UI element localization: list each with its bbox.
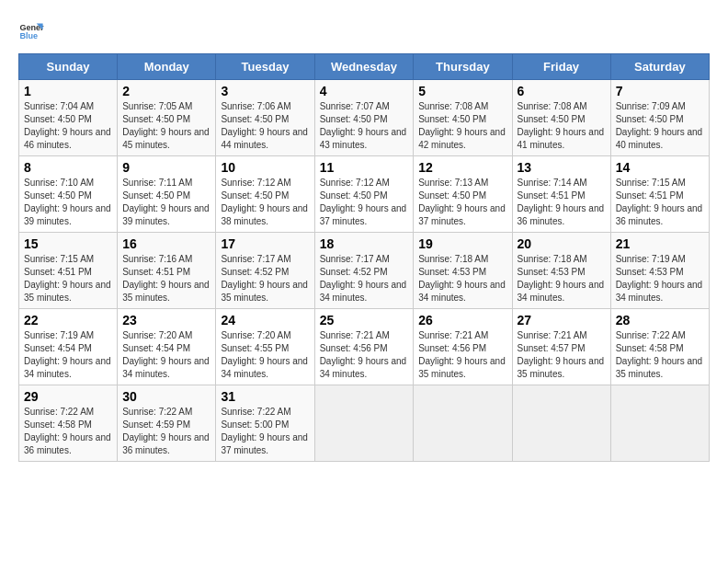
calendar-header-wednesday: Wednesday — [314, 54, 414, 80]
day-info: Sunrise: 7:10 AMSunset: 4:50 PMDaylight:… — [24, 177, 112, 228]
calendar-cell: 7Sunrise: 7:09 AMSunset: 4:50 PMDaylight… — [610, 80, 709, 156]
day-info: Sunrise: 7:08 AMSunset: 4:50 PMDaylight:… — [418, 100, 506, 152]
calendar-cell — [314, 385, 414, 462]
day-info: Sunrise: 7:09 AMSunset: 4:50 PMDaylight:… — [616, 100, 704, 152]
day-info: Sunrise: 7:21 AMSunset: 4:56 PMDaylight:… — [418, 329, 506, 381]
calendar-header-friday: Friday — [512, 54, 610, 80]
calendar-cell: 22Sunrise: 7:19 AMSunset: 4:54 PMDayligh… — [19, 309, 118, 385]
calendar-cell: 9Sunrise: 7:11 AMSunset: 4:50 PMDaylight… — [118, 156, 216, 233]
svg-text:Blue: Blue — [19, 31, 38, 40]
calendar-week-1: 1Sunrise: 7:04 AMSunset: 4:50 PMDaylight… — [19, 80, 710, 156]
calendar-cell: 8Sunrise: 7:10 AMSunset: 4:50 PMDaylight… — [19, 156, 118, 233]
calendar-cell: 6Sunrise: 7:08 AMSunset: 4:50 PMDaylight… — [512, 80, 610, 156]
calendar-cell: 25Sunrise: 7:21 AMSunset: 4:56 PMDayligh… — [314, 309, 414, 385]
day-number: 25 — [320, 313, 409, 327]
day-number: 23 — [122, 313, 210, 327]
day-number: 12 — [418, 160, 506, 175]
calendar-header-thursday: Thursday — [414, 54, 512, 80]
calendar-cell — [610, 385, 709, 462]
calendar-cell: 17Sunrise: 7:17 AMSunset: 4:52 PMDayligh… — [216, 233, 314, 309]
day-info: Sunrise: 7:08 AMSunset: 4:50 PMDaylight:… — [518, 100, 606, 152]
day-info: Sunrise: 7:19 AMSunset: 4:54 PMDaylight:… — [24, 329, 112, 381]
calendar-cell: 16Sunrise: 7:16 AMSunset: 4:51 PMDayligh… — [118, 233, 216, 309]
calendar-cell: 29Sunrise: 7:22 AMSunset: 4:58 PMDayligh… — [19, 385, 118, 462]
day-number: 28 — [616, 313, 704, 327]
calendar-cell — [512, 385, 610, 462]
day-info: Sunrise: 7:22 AMSunset: 4:58 PMDaylight:… — [24, 406, 112, 457]
calendar-cell: 2Sunrise: 7:05 AMSunset: 4:50 PMDaylight… — [118, 80, 216, 156]
day-number: 16 — [122, 236, 210, 251]
day-info: Sunrise: 7:11 AMSunset: 4:50 PMDaylight:… — [122, 177, 210, 228]
day-number: 18 — [320, 236, 409, 251]
day-number: 8 — [24, 160, 112, 175]
day-info: Sunrise: 7:17 AMSunset: 4:52 PMDaylight:… — [221, 253, 309, 304]
day-info: Sunrise: 7:19 AMSunset: 4:53 PMDaylight:… — [616, 253, 704, 304]
calendar-cell: 13Sunrise: 7:14 AMSunset: 4:51 PMDayligh… — [512, 156, 610, 233]
day-info: Sunrise: 7:15 AMSunset: 4:51 PMDaylight:… — [616, 177, 704, 228]
day-info: Sunrise: 7:20 AMSunset: 4:54 PMDaylight:… — [122, 329, 210, 381]
calendar-week-5: 29Sunrise: 7:22 AMSunset: 4:58 PMDayligh… — [19, 385, 710, 462]
calendar-cell: 20Sunrise: 7:18 AMSunset: 4:53 PMDayligh… — [512, 233, 610, 309]
calendar-cell: 1Sunrise: 7:04 AMSunset: 4:50 PMDaylight… — [19, 80, 118, 156]
day-info: Sunrise: 7:16 AMSunset: 4:51 PMDaylight:… — [122, 253, 210, 304]
day-info: Sunrise: 7:21 AMSunset: 4:56 PMDaylight:… — [320, 329, 409, 381]
day-info: Sunrise: 7:20 AMSunset: 4:55 PMDaylight:… — [221, 329, 309, 381]
day-info: Sunrise: 7:18 AMSunset: 4:53 PMDaylight:… — [418, 253, 506, 304]
day-info: Sunrise: 7:12 AMSunset: 4:50 PMDaylight:… — [320, 177, 409, 228]
day-info: Sunrise: 7:18 AMSunset: 4:53 PMDaylight:… — [518, 253, 606, 304]
calendar-cell: 11Sunrise: 7:12 AMSunset: 4:50 PMDayligh… — [314, 156, 414, 233]
day-number: 22 — [24, 313, 112, 327]
calendar-cell: 28Sunrise: 7:22 AMSunset: 4:58 PMDayligh… — [610, 309, 709, 385]
day-number: 19 — [418, 236, 506, 251]
day-info: Sunrise: 7:04 AMSunset: 4:50 PMDaylight:… — [24, 100, 112, 152]
calendar-header-monday: Monday — [118, 54, 216, 80]
calendar-header-tuesday: Tuesday — [216, 54, 314, 80]
calendar-cell: 19Sunrise: 7:18 AMSunset: 4:53 PMDayligh… — [414, 233, 512, 309]
calendar-cell — [414, 385, 512, 462]
day-number: 9 — [122, 160, 210, 175]
calendar-cell: 21Sunrise: 7:19 AMSunset: 4:53 PMDayligh… — [610, 233, 709, 309]
calendar-week-4: 22Sunrise: 7:19 AMSunset: 4:54 PMDayligh… — [19, 309, 710, 385]
day-info: Sunrise: 7:05 AMSunset: 4:50 PMDaylight:… — [122, 100, 210, 152]
calendar-cell: 18Sunrise: 7:17 AMSunset: 4:52 PMDayligh… — [314, 233, 414, 309]
day-info: Sunrise: 7:17 AMSunset: 4:52 PMDaylight:… — [320, 253, 409, 304]
day-number: 27 — [518, 313, 606, 327]
day-number: 15 — [24, 236, 112, 251]
calendar-cell: 3Sunrise: 7:06 AMSunset: 4:50 PMDaylight… — [216, 80, 314, 156]
day-number: 31 — [221, 389, 309, 404]
day-number: 7 — [616, 84, 704, 98]
calendar-header-sunday: Sunday — [19, 54, 118, 80]
day-number: 21 — [616, 236, 704, 251]
day-info: Sunrise: 7:21 AMSunset: 4:57 PMDaylight:… — [518, 329, 606, 381]
calendar-cell: 4Sunrise: 7:07 AMSunset: 4:50 PMDaylight… — [314, 80, 414, 156]
day-number: 4 — [320, 84, 409, 98]
day-number: 11 — [320, 160, 409, 175]
day-info: Sunrise: 7:07 AMSunset: 4:50 PMDaylight:… — [320, 100, 409, 152]
day-number: 1 — [24, 84, 112, 98]
calendar-cell: 5Sunrise: 7:08 AMSunset: 4:50 PMDaylight… — [414, 80, 512, 156]
logo: General Blue — [18, 18, 44, 44]
day-number: 17 — [221, 236, 309, 251]
day-number: 6 — [518, 84, 606, 98]
day-info: Sunrise: 7:22 AMSunset: 5:00 PMDaylight:… — [221, 406, 309, 457]
calendar-week-2: 8Sunrise: 7:10 AMSunset: 4:50 PMDaylight… — [19, 156, 710, 233]
logo-icon: General Blue — [18, 18, 44, 44]
day-number: 29 — [24, 389, 112, 404]
day-number: 10 — [221, 160, 309, 175]
day-number: 14 — [616, 160, 704, 175]
day-info: Sunrise: 7:22 AMSunset: 4:59 PMDaylight:… — [122, 406, 210, 457]
day-number: 30 — [122, 389, 210, 404]
calendar-week-3: 15Sunrise: 7:15 AMSunset: 4:51 PMDayligh… — [19, 233, 710, 309]
calendar-cell: 31Sunrise: 7:22 AMSunset: 5:00 PMDayligh… — [216, 385, 314, 462]
day-number: 24 — [221, 313, 309, 327]
day-info: Sunrise: 7:15 AMSunset: 4:51 PMDaylight:… — [24, 253, 112, 304]
calendar-cell: 27Sunrise: 7:21 AMSunset: 4:57 PMDayligh… — [512, 309, 610, 385]
calendar-cell: 30Sunrise: 7:22 AMSunset: 4:59 PMDayligh… — [118, 385, 216, 462]
day-info: Sunrise: 7:14 AMSunset: 4:51 PMDaylight:… — [518, 177, 606, 228]
day-number: 13 — [518, 160, 606, 175]
calendar-cell: 23Sunrise: 7:20 AMSunset: 4:54 PMDayligh… — [118, 309, 216, 385]
day-number: 20 — [518, 236, 606, 251]
calendar-header-saturday: Saturday — [610, 54, 709, 80]
day-info: Sunrise: 7:22 AMSunset: 4:58 PMDaylight:… — [616, 329, 704, 381]
calendar-cell: 15Sunrise: 7:15 AMSunset: 4:51 PMDayligh… — [19, 233, 118, 309]
